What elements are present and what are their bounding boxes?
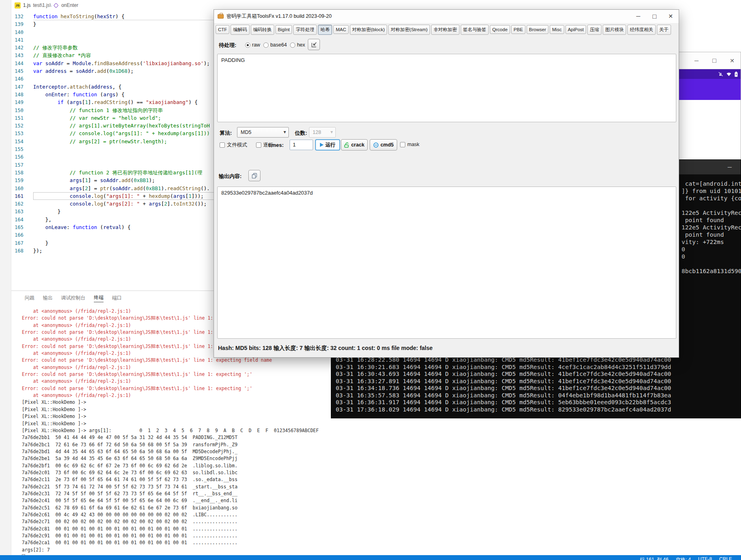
line-number: 145 [11, 68, 23, 75]
panel-tab-输出[interactable]: 输出 [43, 294, 53, 302]
dialog-tab-经纬度相关[interactable]: 经纬度相关 [627, 25, 656, 35]
algorithm-select[interactable]: MD5 [237, 127, 289, 138]
run-button[interactable]: 运行 [315, 139, 340, 151]
maximize-icon[interactable] [646, 10, 663, 23]
dialog-tab-编解码[interactable]: 编解码 [231, 25, 250, 35]
code-token: address [91, 84, 112, 90]
dialog-tab-ApiPost[interactable]: ApiPost [565, 25, 586, 34]
dialog-tabs: CTF编解码编码转换BigInt字符处理哈希MAC对称加密(block)对称加密… [216, 24, 677, 35]
checkbox-icon [400, 142, 405, 147]
code-token: args [70, 177, 82, 183]
terminal-line: 7a76de2c71 00 02 00 02 00 02 00 02 00 02… [22, 518, 319, 525]
code-token: ( [103, 193, 106, 199]
minimize-icon[interactable] [693, 57, 700, 64]
mode-checkboxes: 文件模式逐行 [220, 142, 273, 148]
code-token: ( [64, 99, 70, 105]
dialog-tab-图片模块[interactable]: 图片模块 [603, 25, 626, 35]
dialog-tab-BigInt[interactable]: BigInt [275, 25, 292, 34]
minimize-icon[interactable] [726, 164, 733, 170]
dialog-tab-签名与验签[interactable]: 签名与验签 [461, 25, 489, 35]
copy-button[interactable] [248, 170, 260, 181]
line-number: 141 [11, 36, 23, 44]
dialog-title-bar[interactable]: 密码学工具箱ToolsFx v1.17.0 build 2023-09-20 [214, 10, 679, 23]
status-bar-item[interactable]: 空格: 4 [676, 556, 691, 560]
radio-base64[interactable]: base64 [263, 42, 287, 48]
dialog-tab-Browser[interactable]: Browser [527, 25, 548, 34]
dialog-tab-哈希[interactable]: 哈希 [318, 25, 332, 35]
code-token [33, 224, 45, 230]
wifi-icon [726, 72, 732, 76]
terminal-line: [Pixel XL::HookDemo ]-> [22, 406, 319, 413]
radio-hex[interactable]: hex [290, 42, 305, 48]
panel-tab-调试控制台[interactable]: 调试控制台 [61, 294, 85, 302]
dialog-tab-PBE[interactable]: PBE [511, 25, 525, 34]
mask-checkbox[interactable]: mask [400, 142, 419, 147]
status-bar-item[interactable]: UTF-8 [698, 556, 712, 560]
maximize-icon[interactable] [711, 57, 718, 64]
code-token: // function 2 将已有的字符串地址传递给args[1](理 [70, 170, 202, 176]
terminal-line: 7a76de2bf1 00 6c 69 62 6c 6f 67 2e 73 6f… [22, 462, 319, 469]
dialog-window-controls [630, 10, 679, 23]
dialog-tab-Qrcode[interactable]: Qrcode [490, 25, 510, 34]
panel-tab-端口[interactable]: 端口 [112, 294, 122, 302]
dialog-tab-非对称加密[interactable]: 非对称加密 [431, 25, 459, 35]
dialog-tab-Misc[interactable]: Misc [550, 25, 564, 34]
terminal-partial-text: cat=[android.inte ]} from uid 10101 for … [682, 180, 741, 275]
terminal-line: Error: could not parse 'D:\desktop\learn… [22, 371, 319, 378]
terminal-line: 7a76de2c11 2e 73 6f 00 5f 65 64 61 74 61… [22, 476, 319, 483]
pending-row: 待处理: rawbase64hex [214, 39, 679, 51]
breadcrumb-path[interactable]: test\1.js\ [33, 2, 51, 8]
import-file-button[interactable] [308, 39, 320, 50]
cmd5-button[interactable]: cmd5 [370, 139, 397, 151]
terminal-line: 7a76de2c61 00 4c 49 42 43 00 00 00 00 00… [22, 511, 319, 518]
line-number: 146 [11, 75, 23, 83]
line-number: 160 [11, 185, 23, 193]
code-token: ( [143, 185, 146, 191]
radio-icon [245, 42, 250, 48]
close-icon[interactable] [663, 10, 679, 23]
code-token: ]. [167, 201, 173, 207]
checkbox-icon [220, 142, 225, 148]
code-token: ) { [115, 13, 125, 19]
code-token: } [33, 208, 61, 214]
input-textarea[interactable]: PADDING [217, 54, 676, 122]
code-token: ( [103, 201, 106, 207]
status-bar-item[interactable]: 行 161, 列 46 [640, 556, 669, 560]
terminal-line: [Pixel XL::HookDemo ]-> args[1]: 0 1 2 3… [22, 427, 319, 434]
terminal-line: 7a76de2c51 62 78 69 61 6f 6a 69 61 6e 62… [22, 505, 319, 511]
dialog-tab-压缩[interactable]: 压缩 [587, 25, 601, 35]
minimize-icon[interactable] [630, 10, 646, 23]
panel-tab-终端[interactable]: 终端 [94, 293, 104, 302]
code-token: soAddr [100, 177, 119, 183]
code-token: Module [73, 60, 91, 66]
code-token: [ [185, 193, 188, 199]
terminal-line: 7a76de2bc1 72 61 6e 73 66 6f 72 6d 50 6a… [22, 441, 319, 448]
radio-raw[interactable]: raw [245, 42, 260, 48]
output-textarea[interactable]: 829533e029787bc2aaefc4a04ad2037d [217, 187, 676, 339]
breadcrumb-symbol[interactable]: onEnter [61, 2, 78, 8]
dialog-tab-关于[interactable]: 关于 [657, 25, 671, 35]
code-token: ])); [191, 193, 203, 199]
checkbox-文件模式[interactable]: 文件模式 [220, 142, 247, 148]
line-number: 152 [11, 122, 23, 130]
dialog-tab-编码转换[interactable]: 编码转换 [251, 25, 274, 35]
breadcrumb-file[interactable]: 1.js [23, 2, 31, 8]
code-token: : [67, 224, 73, 230]
crack-button[interactable]: crack [341, 139, 368, 151]
status-bar-item[interactable]: CRLF [719, 556, 732, 560]
line-number: 151 [11, 115, 23, 122]
dialog-tab-MAC[interactable]: MAC [333, 25, 349, 34]
code-token: // console.log("args[1]: " + hexdump(arg… [70, 130, 210, 136]
panel-tab-问题[interactable]: 问题 [25, 294, 34, 302]
dialog-tab-对称加密(Stream)[interactable]: 对称加密(Stream) [388, 25, 430, 35]
code-token: args [173, 193, 185, 199]
code-token: var [33, 68, 42, 74]
dialog-tab-CTF[interactable]: CTF [216, 25, 229, 34]
close-icon[interactable] [728, 57, 736, 64]
line-number: 142 [11, 44, 23, 52]
dialog-tab-对称加密(block)[interactable]: 对称加密(block) [350, 25, 387, 35]
code-token: // var newStr = "hello world"; [70, 115, 161, 121]
dialog-tab-字符处理[interactable]: 字符处理 [293, 25, 317, 35]
code-token: // 直接修改char *内容 [33, 52, 91, 58]
times-input[interactable]: 1 [290, 140, 313, 150]
